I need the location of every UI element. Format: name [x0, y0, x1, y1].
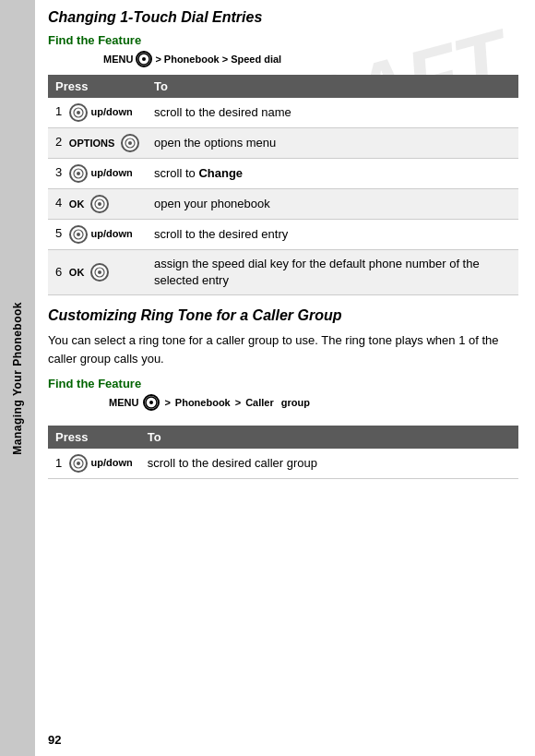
section1-title: Changing 1-Touch Dial Entries: [48, 9, 518, 26]
menu-arrow-1: >: [155, 54, 160, 65]
to-cell: assign the speed dial key for the defaul…: [147, 250, 518, 295]
svg-point-1: [142, 57, 146, 61]
nav-icon: [69, 225, 88, 244]
to-cell: scroll to the desired name: [147, 98, 518, 128]
menu-callergroup: Caller: [245, 395, 274, 411]
menu-speeddial-1: Speed dial: [231, 54, 281, 65]
to-cell: scroll to the desired entry: [147, 220, 518, 250]
menu-phonebook-2: Phonebook: [175, 395, 231, 411]
nav-icon: [69, 164, 88, 183]
ok-icon-2: [90, 263, 109, 282]
menu-word-1: MENU: [103, 54, 133, 65]
table-row: 6 OK assign the speed dial key for the d…: [48, 250, 518, 295]
table-row: 4 OK open your phonebook: [48, 189, 518, 220]
menu-path-1: MENU > Phonebook > Speed dial: [103, 51, 518, 67]
to-cell: open the options menu: [147, 128, 518, 159]
table-1: Press To 1 up/down scroll to the desired…: [48, 75, 518, 295]
svg-point-5: [128, 141, 132, 145]
nav-icon-2: [69, 454, 88, 473]
main-content: Changing 1-Touch Dial Entries Find the F…: [35, 0, 535, 499]
to-cell: scroll to the desired caller group: [140, 449, 518, 479]
find-feature-label-2: Find the Feature: [48, 377, 518, 390]
svg-point-11: [77, 233, 80, 236]
table-header-row-1: Press To: [48, 75, 518, 98]
table-row: 5 up/down scroll to the desired entry: [48, 220, 518, 250]
svg-point-3: [77, 111, 80, 114]
table-row: 1 up/down scroll to the desired name: [48, 98, 518, 128]
press-cell: 3 up/down: [48, 159, 147, 189]
col-press-1: Press: [48, 75, 147, 98]
ok-icon: [90, 195, 109, 213]
svg-point-17: [77, 462, 80, 465]
menu-group: group: [281, 395, 310, 411]
table-2: Press To 1 up/down scroll to the desired…: [48, 426, 518, 479]
table-body-1: 1 up/down scroll to the desired name 2 O…: [48, 98, 518, 295]
table-row: 2 OPTIONS open the options menu: [48, 128, 518, 159]
press-cell: 4 OK: [48, 189, 147, 220]
to-cell: open your phonebook: [147, 189, 518, 220]
table-row: 1 up/down scroll to the desired caller g…: [48, 449, 518, 479]
table-body-2: 1 up/down scroll to the desired caller g…: [48, 449, 518, 479]
col-to-2: To: [140, 426, 518, 449]
find-feature-label-1: Find the Feature: [48, 33, 518, 47]
menu-arrow-3: >: [164, 395, 170, 411]
press-cell: 6 OK: [48, 250, 147, 295]
svg-point-7: [77, 172, 80, 175]
svg-point-13: [98, 270, 101, 274]
sidebar-label: Managing Your Phonebook: [11, 302, 24, 455]
page-number: 92: [48, 733, 61, 747]
menu-path-2-container: MENU > Phonebook > Caller group: [48, 394, 518, 418]
to-cell: scroll to Change: [147, 159, 518, 189]
sidebar: Managing Your Phonebook: [0, 0, 35, 756]
col-to-1: To: [147, 75, 518, 98]
press-cell: 5 up/down: [48, 220, 147, 250]
nav-icon: [69, 103, 88, 122]
svg-point-9: [98, 202, 101, 206]
menu-arrow-2: >: [222, 54, 228, 65]
options-icon: [121, 134, 139, 152]
table-row: 3 up/down scroll to Change: [48, 159, 518, 189]
menu-word-2: MENU: [109, 395, 138, 411]
section2-title: Customizing Ring Tone for a Caller Group: [48, 306, 518, 326]
menu-icon-2: [143, 394, 160, 411]
svg-point-15: [149, 401, 153, 404]
press-cell: 1 up/down: [48, 98, 147, 128]
press-cell: 2 OPTIONS: [48, 128, 147, 159]
menu-phonebook-1: Phonebook: [164, 54, 220, 65]
col-press-2: Press: [48, 426, 140, 449]
table-header-row-2: Press To: [48, 426, 518, 449]
menu-icon-1: [136, 51, 152, 67]
press-cell: 1 up/down: [48, 449, 140, 479]
menu-arrow-4: >: [235, 395, 241, 411]
section2-body: You can select a ring tone for a caller …: [48, 331, 518, 367]
menu-path-2: MENU > Phonebook > Caller group: [109, 394, 310, 411]
